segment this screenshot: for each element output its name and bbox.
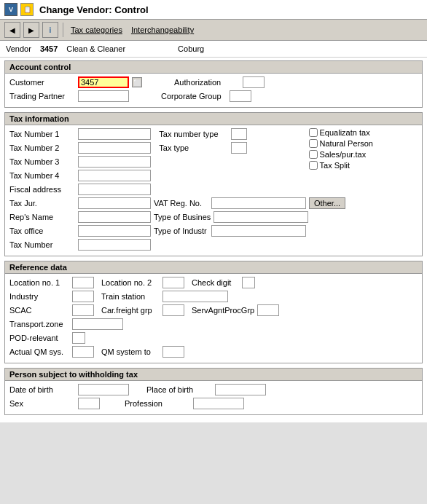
back-button[interactable]: ◀ — [4, 22, 20, 38]
tax-number-2-label: Tax Number 2 — [9, 143, 75, 152]
customer-input[interactable] — [78, 76, 129, 88]
tax-number-4-row: Tax Number 4 — [9, 170, 154, 181]
reps-name-label: Rep's Name — [9, 213, 75, 221]
scac-input[interactable] — [72, 304, 94, 316]
corporate-group-input[interactable] — [230, 90, 251, 102]
tax-information-body: Tax Number 1 Tax Number 2 Tax Number 3 T… — [5, 125, 422, 256]
natural-person-label: Natural Person — [320, 139, 373, 148]
sex-input[interactable] — [78, 398, 100, 409]
tax-number-1-label: Tax Number 1 — [9, 130, 75, 138]
tax-number-3-label: Tax Number 3 — [9, 157, 75, 166]
info-button[interactable]: i — [42, 22, 58, 38]
train-station-input[interactable] — [162, 291, 228, 302]
tax-type-input[interactable] — [231, 142, 247, 154]
qm-system-to-input[interactable] — [162, 346, 184, 358]
fiscal-address-row: Fiscal address — [9, 184, 154, 195]
pod-relevant-input[interactable] — [72, 332, 85, 344]
tax-middle-col: Tax number type Tax type — [159, 128, 304, 197]
tax-split-checkbox[interactable] — [309, 161, 318, 170]
type-of-industry-input[interactable] — [211, 225, 306, 237]
tax-office-input[interactable] — [78, 225, 151, 237]
tax-type-label: Tax type — [159, 143, 228, 152]
tax-information-title: Tax information — [5, 113, 422, 125]
industry-label: Industry — [9, 292, 69, 301]
location-2-input[interactable] — [162, 277, 184, 288]
tax-categories-menu[interactable]: Tax categories — [68, 25, 125, 34]
date-of-birth-label: Date of birth — [9, 385, 75, 394]
tax-number-2-input[interactable] — [78, 142, 151, 154]
check-digit-label: Check digit — [192, 278, 239, 287]
main-content: Account control Customer ⬜ Authorization… — [0, 58, 427, 422]
tax-right-col: Equalizatn tax Natural Person Sales/pur.… — [309, 128, 418, 197]
type-of-business-label: Type of Busines — [154, 213, 211, 221]
scac-row: SCAC Car.freight grp ServAgntProcGrp — [9, 304, 418, 316]
location-row: Location no. 1 Location no. 2 Check digi… — [9, 277, 418, 288]
location-1-input[interactable] — [72, 277, 94, 288]
industry-input[interactable] — [72, 291, 94, 302]
authorization-label: Authorization — [174, 78, 240, 87]
natural-person-checkbox-row: Natural Person — [309, 139, 418, 148]
vat-reg-input[interactable] — [211, 197, 306, 209]
withholding-section: Person subject to withholding tax Date o… — [4, 368, 423, 415]
vendor-location: Coburg — [178, 44, 204, 53]
equalizatn-tax-checkbox[interactable] — [309, 128, 318, 137]
page-title: Change Vendor: Control — [39, 4, 149, 15]
qm-system-to-label: QM system to — [101, 347, 160, 356]
sales-pur-tax-checkbox[interactable] — [309, 150, 318, 159]
transport-zone-label: Transport.zone — [9, 320, 69, 328]
tax-jur-input[interactable] — [78, 197, 151, 209]
reference-data-body: Location no. 1 Location no. 2 Check digi… — [5, 274, 422, 363]
actual-qm-sys-input[interactable] — [72, 346, 94, 358]
car-freight-grp-input[interactable] — [162, 304, 184, 316]
tax-type-row: Tax type — [159, 142, 304, 154]
customer-row: Customer ⬜ Authorization — [9, 76, 418, 88]
tax-number-bottom-label: Tax Number — [9, 240, 75, 249]
car-freight-grp-label: Car.freight grp — [101, 306, 160, 315]
withholding-title: Person subject to withholding tax — [5, 369, 422, 381]
account-control-body: Customer ⬜ Authorization Trading Partner… — [5, 74, 422, 107]
interchangeability-menu[interactable]: Interchangeability — [128, 25, 197, 34]
trading-partner-label: Trading Partner — [9, 92, 75, 101]
serv-agnt-proc-grp-label: ServAgntProcGrp — [192, 306, 254, 315]
forward-button[interactable]: ▶ — [23, 22, 39, 38]
vendor-number: 3457 — [40, 44, 58, 53]
tax-number-1-input[interactable] — [78, 128, 151, 140]
fiscal-address-input[interactable] — [78, 184, 151, 195]
tax-number-type-label: Tax number type — [159, 130, 228, 138]
tax-number-3-row: Tax Number 3 — [9, 156, 154, 168]
tax-number-4-label: Tax Number 4 — [9, 171, 75, 180]
fiscal-address-label: Fiscal address — [9, 185, 75, 194]
tax-number-3-input[interactable] — [78, 156, 151, 168]
tax-jur-row: Tax Jur. VAT Reg. No. Other... — [9, 197, 418, 209]
tax-number-2-row: Tax Number 2 — [9, 142, 154, 154]
account-control-title: Account control — [5, 61, 422, 74]
transport-zone-input[interactable] — [72, 318, 123, 330]
profession-input[interactable] — [193, 398, 244, 409]
reps-name-input[interactable] — [78, 211, 151, 223]
corporate-group-label: Corporate Group — [161, 92, 227, 101]
tax-left-col: Tax Number 1 Tax Number 2 Tax Number 3 T… — [9, 128, 154, 197]
serv-agnt-proc-grp-input[interactable] — [257, 304, 279, 316]
equalizatn-tax-label: Equalizatn tax — [320, 128, 370, 137]
equalizatn-tax-checkbox-row: Equalizatn tax — [309, 128, 418, 137]
toolbar-separator — [63, 23, 63, 37]
customer-nav-icon[interactable]: ⬜ — [132, 77, 142, 87]
profession-label: Profession — [125, 399, 190, 408]
tax-number-4-input[interactable] — [78, 170, 151, 181]
type-of-business-input[interactable] — [214, 211, 308, 223]
place-of-birth-label: Place of birth — [146, 385, 212, 394]
location-1-label: Location no. 1 — [9, 278, 69, 287]
industry-row: Industry Train station — [9, 291, 418, 302]
toolbar: ◀ ▶ i Tax categories Interchangeability — [0, 20, 427, 41]
vat-reg-label: VAT Reg. No. — [154, 199, 208, 208]
other-button[interactable]: Other... — [309, 197, 345, 209]
check-digit-input[interactable] — [242, 277, 255, 288]
date-of-birth-input[interactable] — [78, 384, 129, 395]
place-of-birth-input[interactable] — [215, 384, 266, 395]
authorization-input[interactable] — [243, 76, 265, 88]
natural-person-checkbox[interactable] — [309, 139, 318, 148]
tax-number-bottom-input[interactable] — [78, 239, 151, 251]
actual-qm-sys-row: Actual QM sys. QM system to — [9, 346, 418, 358]
tax-number-type-input[interactable] — [231, 128, 247, 140]
trading-partner-input[interactable] — [78, 90, 129, 102]
